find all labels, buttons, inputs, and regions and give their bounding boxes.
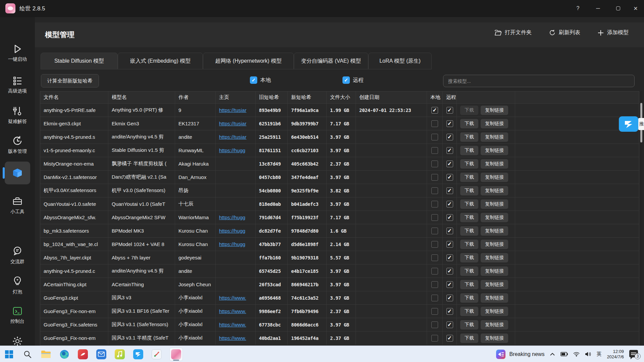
huishi-launcher-button[interactable]	[132, 349, 144, 360]
local-checkbox[interactable]	[431, 321, 438, 328]
copy-link-button[interactable]: 复制链接	[481, 334, 508, 343]
copy-link-button[interactable]: 复制链接	[481, 173, 508, 182]
copy-link-button[interactable]: 复制链接	[481, 119, 508, 128]
download-button[interactable]: 下载	[460, 240, 478, 249]
download-button[interactable]: 下载	[460, 266, 478, 276]
volume-icon[interactable]	[585, 352, 591, 357]
music-app-button[interactable]	[114, 349, 125, 360]
remote-checkbox[interactable]: ✓	[446, 321, 453, 328]
help-button[interactable]: ?	[572, 3, 584, 14]
local-checkbox[interactable]	[431, 254, 438, 261]
download-button[interactable]: 下载	[460, 293, 478, 303]
tab-embedding[interactable]: 嵌入式 (Embedding) 模型	[118, 53, 203, 69]
edge-browser-button[interactable]	[59, 349, 70, 360]
remote-checkbox[interactable]: ✓	[446, 107, 453, 114]
download-button[interactable]: 下载	[460, 199, 478, 209]
download-button[interactable]: 下载	[460, 213, 478, 222]
download-button[interactable]: 下载	[460, 253, 478, 262]
remote-checkbox[interactable]: ✓	[446, 161, 453, 167]
remote-checkbox[interactable]: ✓	[446, 120, 453, 127]
download-button[interactable]: 下载	[460, 320, 478, 329]
homepage-link[interactable]: https://tusiar	[219, 134, 247, 140]
local-checkbox[interactable]	[431, 120, 438, 127]
local-checkbox[interactable]	[431, 281, 438, 288]
local-checkbox[interactable]	[431, 174, 438, 181]
remote-checkbox[interactable]: ✓	[446, 268, 453, 275]
local-filter-checkbox[interactable]: ✓ 本地	[250, 76, 271, 84]
sidebar-item-chat-group[interactable]: 交流群	[0, 246, 35, 265]
local-checkbox[interactable]	[431, 187, 438, 194]
local-checkbox[interactable]	[431, 228, 438, 234]
tab-hypernetwork[interactable]: 超网络 (Hypernetwork) 模型	[203, 53, 294, 69]
remote-checkbox[interactable]: ✓	[446, 187, 453, 194]
remote-checkbox[interactable]: ✓	[446, 147, 453, 154]
refresh-list-button[interactable]: 刷新列表	[549, 29, 580, 36]
battery-icon[interactable]	[560, 352, 568, 356]
copy-link-button[interactable]: 复制链接	[481, 146, 508, 155]
remote-checkbox[interactable]: ✓	[446, 254, 453, 261]
homepage-link[interactable]: https://tusiar	[219, 121, 247, 126]
homepage-link[interactable]: https://www.	[219, 335, 246, 341]
copy-link-button[interactable]: 复制链接	[481, 240, 508, 249]
download-button[interactable]: 下载	[460, 132, 478, 142]
local-checkbox[interactable]	[431, 201, 438, 207]
download-button[interactable]: 下载	[460, 146, 478, 155]
remote-checkbox[interactable]: ✓	[446, 308, 453, 315]
download-button[interactable]: 下载	[460, 226, 478, 236]
local-checkbox[interactable]	[431, 335, 438, 342]
tab-lora[interactable]: LoRA 模型 (原生)	[368, 53, 432, 69]
download-button[interactable]: 下载	[460, 106, 478, 115]
copy-link-button[interactable]: 复制链接	[481, 213, 508, 222]
close-button[interactable]: ✕	[630, 3, 641, 14]
local-checkbox[interactable]	[431, 295, 438, 301]
local-checkbox[interactable]	[431, 161, 438, 167]
download-button[interactable]: 下载	[460, 280, 478, 289]
wifi-icon[interactable]	[573, 352, 580, 357]
remote-checkbox[interactable]: ✓	[446, 228, 453, 234]
floating-assistant-widget[interactable]: 推	[619, 116, 644, 132]
download-button[interactable]: 下载	[460, 307, 478, 316]
homepage-link[interactable]: https://tusiar	[219, 107, 247, 113]
copy-link-button[interactable]: 复制链接	[481, 266, 508, 276]
maximize-button[interactable]	[612, 3, 624, 14]
homepage-link[interactable]: https://www.	[219, 308, 246, 314]
search-button[interactable]	[22, 349, 33, 360]
minimize-button[interactable]: ─	[592, 3, 604, 14]
compute-hash-button[interactable]: 计算全部新版短哈希	[41, 74, 99, 87]
homepage-link[interactable]: https://www.	[219, 295, 246, 301]
remote-checkbox[interactable]: ✓	[446, 174, 453, 181]
paint-app-button[interactable]	[151, 349, 162, 360]
sidebar-item-console[interactable]: 控制台	[0, 306, 35, 324]
sidebar-item-troubleshoot[interactable]: 疑难解答	[0, 106, 35, 125]
copy-link-button[interactable]: 复制链接	[481, 253, 508, 262]
remote-checkbox[interactable]: ✓	[446, 295, 453, 301]
red-app-button[interactable]	[77, 349, 89, 360]
widgets-button[interactable]: Breaking news	[496, 350, 544, 359]
tab-stable-diffusion[interactable]: Stable Diffusion 模型	[41, 53, 118, 69]
homepage-link[interactable]: https://hugg	[219, 228, 245, 234]
copy-link-button[interactable]: 复制链接	[481, 320, 508, 329]
download-button[interactable]: 下载	[460, 119, 478, 128]
remote-checkbox[interactable]: ✓	[446, 335, 453, 342]
remote-checkbox[interactable]: ✓	[446, 201, 453, 207]
copy-link-button[interactable]: 复制链接	[481, 132, 508, 142]
homepage-link[interactable]: https://hugg	[219, 147, 245, 153]
ime-indicator[interactable]: 英	[596, 351, 601, 357]
copy-link-button[interactable]: 复制链接	[481, 226, 508, 236]
search-input[interactable]	[443, 75, 635, 87]
remote-checkbox[interactable]: ✓	[446, 214, 453, 221]
sidebar-item-model-manage[interactable]	[5, 162, 30, 184]
tab-vae[interactable]: 变分自编码器 (VAE) 模型	[294, 53, 368, 69]
mail-app-button[interactable]	[96, 349, 107, 360]
notification-center-button[interactable]: 3	[629, 349, 641, 359]
start-button[interactable]	[3, 349, 15, 360]
homepage-link[interactable]: https://www.	[219, 322, 246, 327]
local-checkbox[interactable]	[431, 214, 438, 221]
sidebar-item-version[interactable]: 版本管理	[0, 135, 35, 155]
sidebar-item-bulb[interactable]: 灯泡	[0, 276, 35, 295]
copy-link-button[interactable]: 复制链接	[481, 293, 508, 303]
copy-link-button[interactable]: 复制链接	[481, 186, 508, 195]
copy-link-button[interactable]: 复制链接	[481, 159, 508, 169]
download-button[interactable]: 下载	[460, 186, 478, 195]
local-checkbox[interactable]	[431, 147, 438, 154]
